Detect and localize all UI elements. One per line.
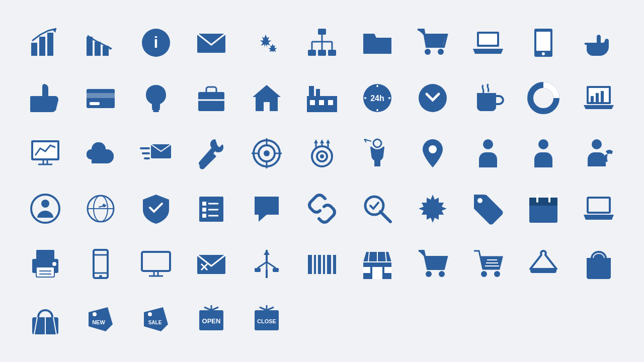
person-circle-icon [18,181,73,236]
svg-point-154 [426,271,432,277]
svg-line-172 [211,307,218,310]
svg-rect-30 [87,89,115,108]
mail-x-icon [184,236,239,292]
cloud-icon [73,126,128,181]
svg-rect-147 [372,267,382,279]
svg-point-53 [536,91,550,105]
svg-rect-117 [36,267,54,277]
tools-icon [184,126,239,181]
svg-rect-14 [308,50,316,56]
svg-text:i: i [154,33,158,51]
monitor-icon [128,236,184,292]
hierarchy-icon [294,15,350,70]
svg-point-166 [93,312,97,316]
svg-rect-29 [30,96,35,112]
svg-rect-1 [39,37,45,56]
svg-rect-35 [198,92,224,111]
svg-rect-56 [591,96,594,102]
svg-rect-40 [309,86,314,96]
donut-chart-icon [516,70,571,126]
home-icon [239,70,294,126]
svg-rect-0 [31,43,37,56]
svg-marker-37 [253,85,281,111]
person-phone-icon [571,126,626,181]
svg-point-28 [542,52,545,55]
svg-rect-114 [588,198,610,213]
svg-rect-2 [47,33,53,56]
store-icon [350,236,405,292]
cart2-icon [405,236,460,292]
svg-rect-43 [319,100,324,105]
svg-rect-34 [153,110,159,112]
svg-rect-4 [87,37,93,56]
svg-rect-33 [152,108,160,110]
svg-rect-138 [273,268,279,272]
lightbulb-icon [128,70,184,126]
open-sign-icon: OPEN [184,292,239,347]
svg-point-88 [429,145,437,153]
svg-point-94 [41,200,49,208]
basket-icon [18,292,73,347]
location-pin-icon [405,126,460,181]
phone-device-icon [73,236,128,292]
svg-rect-44 [328,100,333,105]
svg-rect-140 [308,255,312,274]
svg-text:24h: 24h [370,94,384,103]
gear-icon [405,181,460,236]
close-sign-icon: CLOSE [239,292,294,347]
svg-point-91 [538,139,548,149]
svg-point-168 [148,312,152,316]
award-target-icon [294,126,350,181]
svg-line-133 [258,262,267,268]
calendar-icon: 11 [516,181,571,236]
svg-rect-31 [87,93,115,98]
svg-rect-58 [601,91,604,102]
laptop2-icon [571,181,626,236]
credit-card-icon [73,70,128,126]
bar-chart-up-icon [18,15,73,70]
svg-rect-42 [310,100,315,105]
hand-point-icon [571,15,626,70]
svg-rect-115 [36,250,54,260]
svg-line-171 [204,307,211,310]
svg-line-106 [380,212,390,222]
svg-point-71 [264,150,270,156]
person-icon [516,126,571,181]
svg-text:CLOSE: CLOSE [257,318,276,324]
svg-point-51 [419,84,447,112]
svg-rect-110 [529,198,557,206]
checklist-icon [184,181,239,236]
svg-rect-41 [316,89,320,96]
bar-chart-down-icon [73,15,128,70]
svg-rect-125 [142,252,170,271]
svg-rect-137 [255,268,261,272]
svg-point-89 [483,139,493,149]
svg-rect-143 [323,255,325,274]
svg-text:NEW: NEW [92,319,105,325]
svg-point-118 [52,262,56,266]
business-man-icon [460,126,516,181]
svg-marker-80 [314,139,318,143]
briefcase-icon [184,70,239,126]
svg-point-78 [320,154,324,158]
thumbs-up-icon [18,70,73,126]
shield-icon [128,181,184,236]
svg-marker-84 [326,139,330,143]
clock-24-icon: 24h [350,70,405,126]
svg-point-22 [425,49,431,55]
svg-rect-5 [95,42,101,56]
tablet-icon [516,15,571,70]
gears-icon [239,15,294,70]
price-tag-icon [460,181,516,236]
svg-rect-145 [333,255,336,274]
usb-icon [239,236,294,292]
target-icon [239,126,294,181]
purse-icon [571,236,626,292]
svg-point-108 [477,198,482,203]
svg-rect-148 [363,267,370,273]
link-icon [294,181,350,236]
chevron-circle-icon [405,70,460,126]
svg-marker-82 [320,139,324,143]
svg-rect-99 [202,202,206,206]
monitor-chart-icon [18,126,73,181]
